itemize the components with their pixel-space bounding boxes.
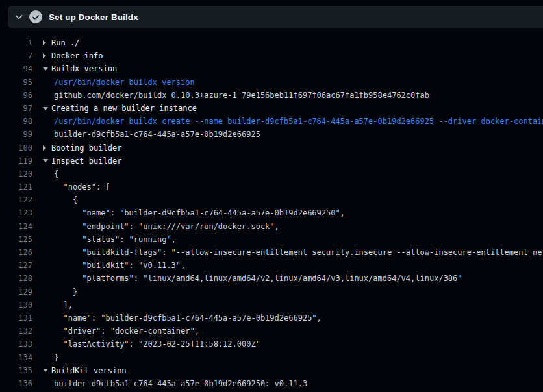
log-lines: 1Run ./7Docker info94Buildx version95/us…	[0, 0, 543, 390]
log-line: 121 "nodes": [	[0, 180, 543, 193]
line-number[interactable]: 127	[0, 259, 32, 272]
log-line: 134}	[0, 351, 543, 364]
output-text: "driver": "docker-container",	[54, 325, 199, 337]
line-number[interactable]: 100	[0, 141, 32, 154]
chevron-down-icon[interactable]	[14, 12, 24, 22]
log-line: 126 "buildkitd-flags": "--allow-insecure…	[0, 246, 543, 259]
log-line: 125 "status": "running",	[0, 233, 543, 246]
line-number[interactable]: 128	[0, 272, 32, 285]
triangle-down-icon	[43, 102, 51, 115]
log-line: 95/usr/bin/docker buildx version	[0, 76, 543, 89]
group-title: Booting builder	[51, 141, 121, 154]
log-line: 7Docker info	[0, 49, 543, 62]
output-text: {	[54, 193, 77, 206]
output-text: "status": "running",	[54, 233, 176, 246]
line-number[interactable]: 119	[0, 154, 32, 167]
command-text: /usr/bin/docker buildx version	[54, 76, 195, 89]
log-group-header[interactable]: BuildKit version	[43, 364, 127, 377]
log-line: 120{	[0, 167, 543, 180]
log-line: 100Booting builder	[0, 141, 543, 154]
log-line: 124 "endpoint": "unix:///var/run/docker.…	[0, 220, 543, 233]
output-text: "nodes": [	[54, 180, 110, 193]
line-number[interactable]: 121	[0, 180, 32, 193]
line-number[interactable]: 129	[0, 286, 32, 299]
log-line: 94Buildx version	[0, 62, 543, 75]
line-number[interactable]: 123	[0, 206, 32, 219]
log-line: 135BuildKit version	[0, 364, 543, 377]
log-line: 133 "lastActivity": "2023-02-25T11:58:12…	[0, 337, 543, 350]
log-line: 131 "name": "builder-d9cfb5a1-c764-445a-…	[0, 312, 543, 325]
group-title: Docker info	[51, 49, 103, 62]
triangle-right-icon	[43, 49, 51, 62]
triangle-down-icon	[43, 62, 51, 75]
line-number[interactable]: 94	[0, 62, 32, 75]
triangle-down-icon	[43, 154, 51, 167]
group-title: Inspect builder	[51, 154, 121, 167]
log-group-header[interactable]: Creating a new builder instance	[43, 102, 197, 115]
line-number[interactable]: 98	[0, 115, 32, 128]
log-line: 97Creating a new builder instance	[0, 102, 543, 115]
line-number[interactable]: 136	[0, 377, 32, 390]
command-text: /usr/bin/docker buildx create --name bui…	[54, 115, 543, 128]
check-circle-icon	[29, 10, 42, 23]
output-text: builder-d9cfb5a1-c764-445a-a57e-0b19d2e6…	[54, 128, 260, 141]
line-number[interactable]: 99	[0, 128, 32, 141]
step-title: Set up Docker Buildx	[49, 12, 138, 22]
group-title: Creating a new builder instance	[51, 102, 197, 115]
output-text: "name": "builder-d9cfb5a1-c764-445a-a57e…	[54, 206, 345, 219]
line-number[interactable]: 125	[0, 233, 32, 246]
line-number[interactable]: 133	[0, 337, 32, 350]
line-number[interactable]: 134	[0, 351, 32, 364]
line-number[interactable]: 7	[0, 49, 32, 62]
log-group-header[interactable]: Run ./	[43, 36, 79, 49]
output-text: "platforms": "linux/amd64,linux/amd64/v2…	[54, 272, 462, 285]
log-group-header[interactable]: Inspect builder	[43, 154, 121, 167]
log-line: 119Inspect builder	[0, 154, 543, 167]
triangle-down-icon	[43, 364, 51, 377]
group-title: Run ./	[51, 36, 79, 49]
output-text: "buildkit": "v0.11.3",	[54, 259, 185, 272]
log-line: 130 ],	[0, 299, 543, 312]
line-number[interactable]: 122	[0, 193, 32, 206]
output-text: }	[54, 351, 58, 364]
line-number[interactable]: 130	[0, 299, 32, 312]
log-line: 129 }	[0, 286, 543, 299]
output-text: "lastActivity": "2023-02-25T11:58:12.000…	[54, 337, 260, 350]
step-header[interactable]: Set up Docker Buildx	[8, 6, 543, 28]
output-text: "endpoint": "unix:///var/run/docker.sock…	[54, 220, 279, 233]
log-line: 122 {	[0, 193, 543, 206]
output-text: ],	[54, 299, 73, 312]
line-number[interactable]: 1	[0, 36, 32, 49]
log-group-header[interactable]: Booting builder	[43, 141, 121, 154]
output-text: github.com/docker/buildx 0.10.3+azure-1 …	[54, 89, 429, 102]
output-text: "buildkitd-flags": "--allow-insecure-ent…	[54, 246, 543, 259]
line-number[interactable]: 95	[0, 76, 32, 89]
output-text: "name": "builder-d9cfb5a1-c764-445a-a57e…	[54, 312, 322, 325]
log-line: 96github.com/docker/buildx 0.10.3+azure-…	[0, 89, 543, 102]
log-group-header[interactable]: Buildx version	[43, 62, 117, 75]
log-line: 132 "driver": "docker-container",	[0, 325, 543, 337]
log-line: 128 "platforms": "linux/amd64,linux/amd6…	[0, 272, 543, 285]
log-line: 99builder-d9cfb5a1-c764-445a-a57e-0b19d2…	[0, 128, 543, 141]
triangle-right-icon	[43, 141, 51, 154]
line-number[interactable]: 97	[0, 102, 32, 115]
line-number[interactable]: 131	[0, 312, 32, 325]
log-group-header[interactable]: Docker info	[43, 49, 103, 62]
group-title: BuildKit version	[51, 364, 127, 377]
group-title: Buildx version	[51, 62, 117, 75]
line-number[interactable]: 135	[0, 364, 32, 377]
output-text: {	[54, 167, 58, 180]
line-number[interactable]: 132	[0, 325, 32, 337]
line-number[interactable]: 96	[0, 89, 32, 102]
log-line: 127 "buildkit": "v0.11.3",	[0, 259, 543, 272]
line-number[interactable]: 126	[0, 246, 32, 259]
line-number[interactable]: 120	[0, 167, 32, 180]
line-number[interactable]: 124	[0, 220, 32, 233]
output-text: builder-d9cfb5a1-c764-445a-a57e-0b19d2e6…	[54, 377, 307, 390]
log-line: 1Run ./	[0, 36, 543, 49]
log-line: 123 "name": "builder-d9cfb5a1-c764-445a-…	[0, 206, 543, 219]
log-line: 98/usr/bin/docker buildx create --name b…	[0, 115, 543, 128]
triangle-right-icon	[43, 36, 51, 49]
output-text: }	[54, 286, 77, 299]
log-line: 136builder-d9cfb5a1-c764-445a-a57e-0b19d…	[0, 377, 543, 390]
